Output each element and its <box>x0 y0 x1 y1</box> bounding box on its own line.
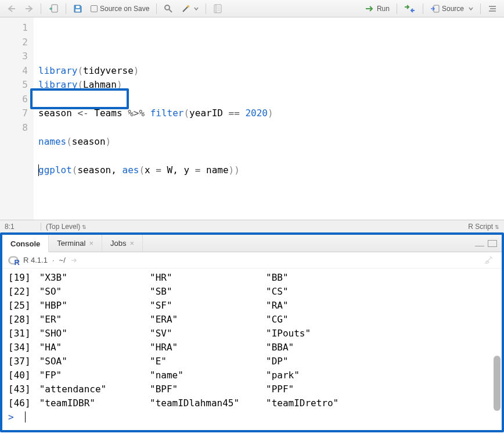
console-line: [19] "X3B""HR""BB" <box>8 271 496 285</box>
text-cursor <box>38 164 39 176</box>
rerun-icon <box>404 5 416 13</box>
separator <box>480 3 481 14</box>
notebook-icon <box>213 4 222 13</box>
code-line[interactable]: ggplot(season, aes(x = W, y = name)) <box>38 163 499 178</box>
compile-report-button[interactable] <box>210 2 226 15</box>
source-editor[interactable]: 12345678 library(tidyverse)library(Lahma… <box>0 17 504 220</box>
r-logo-icon: R <box>8 255 19 266</box>
dot-separator: · <box>52 256 55 264</box>
separator <box>397 3 397 14</box>
console-line: [37] "SOA""E""DP" <box>8 355 496 368</box>
line-number: 5 <box>0 78 28 92</box>
wand-icon <box>181 4 192 13</box>
updown-icon: ⇅ <box>495 224 499 230</box>
show-in-file-button[interactable] <box>45 2 62 15</box>
editor-status-bar: 8:1 (Top Level)⇅ R Script⇅ <box>0 220 504 232</box>
svg-point-3 <box>165 5 170 10</box>
console-line: [46] "teamIDBR""teamIDlahman45""teamIDre… <box>8 396 496 410</box>
console-line: [22] "SO""SB""CS" <box>8 285 496 299</box>
console-line: [25] "HBP""SF""RA" <box>8 299 496 313</box>
code-line[interactable]: season <- Teams %>% filter(yearID == 202… <box>38 106 499 121</box>
console-line: [34] "HA""HRA""BBA" <box>8 341 496 355</box>
maximize-icon[interactable] <box>488 240 497 247</box>
outline-button[interactable] <box>484 3 501 15</box>
run-icon <box>365 5 375 12</box>
line-number: 8 <box>0 121 28 135</box>
arrow-right-icon <box>24 5 34 13</box>
code-line[interactable]: names(season) <box>38 135 499 149</box>
tab-jobs[interactable]: Jobs × <box>102 235 143 252</box>
r-version: R 4.1.1 <box>23 256 48 264</box>
chevron-down-icon <box>194 6 199 11</box>
tab-console[interactable]: Console <box>2 235 49 252</box>
svg-rect-1 <box>75 9 80 12</box>
forward-button[interactable] <box>21 3 37 15</box>
scope-selector[interactable]: (Top Level)⇅ <box>46 223 468 231</box>
rerun-button[interactable] <box>401 3 419 15</box>
console-tabs: Console Terminal × Jobs × <box>2 235 502 252</box>
line-number: 3 <box>0 49 28 64</box>
separator <box>206 3 206 14</box>
console-header: R R 4.1.1 · ~/ <box>2 252 502 268</box>
run-button[interactable]: Run <box>362 3 393 15</box>
line-gutter: 12345678 <box>0 17 34 220</box>
outline-icon <box>488 5 497 13</box>
source-button[interactable]: Source <box>427 3 477 15</box>
working-dir[interactable]: ~/ <box>59 256 66 264</box>
checkbox-icon <box>91 5 98 12</box>
minimize-icon[interactable] <box>475 245 484 246</box>
language-selector[interactable]: R Script⇅ <box>468 223 499 231</box>
svg-rect-2 <box>76 6 80 8</box>
back-button[interactable] <box>3 3 20 15</box>
line-number: 1 <box>0 21 28 35</box>
search-icon <box>164 4 173 13</box>
code-line[interactable] <box>38 92 499 107</box>
close-icon[interactable]: × <box>129 239 134 248</box>
console-output[interactable]: [19] "X3B""HR""BB"[22] "SO""SB""CS"[25] … <box>2 268 502 430</box>
separator <box>423 3 423 14</box>
separator <box>41 3 41 14</box>
separator <box>156 3 157 14</box>
console-line: [31] "SHO""SV""IPouts" <box>8 327 496 341</box>
console-line: [43] "attendance""BPF""PPF" <box>8 382 496 396</box>
source-on-save-toggle[interactable]: Source on Save <box>87 3 153 15</box>
console-line: [40] "FP""name""park" <box>8 368 496 382</box>
line-number: 7 <box>0 106 28 121</box>
source-on-save-label: Source on Save <box>100 5 149 13</box>
source-button-label: Source <box>442 5 464 13</box>
code-line[interactable] <box>38 121 499 135</box>
popout-icon[interactable] <box>70 257 78 264</box>
line-number: 2 <box>0 35 28 50</box>
save-icon <box>73 4 82 13</box>
console-prompt[interactable]: > <box>8 410 496 424</box>
save-button[interactable] <box>70 2 86 15</box>
console-line: [28] "ER""ERA""CG" <box>8 313 496 327</box>
run-label: Run <box>377 5 390 13</box>
updown-icon: ⇅ <box>82 224 87 230</box>
code-line[interactable]: library(tidyverse) <box>38 64 499 78</box>
arrow-left-icon <box>7 5 16 13</box>
code-line[interactable]: library(Lahman) <box>38 78 499 92</box>
tab-terminal[interactable]: Terminal × <box>49 235 102 252</box>
editor-toolbar: Source on Save Run Source <box>0 0 504 17</box>
scroll-thumb[interactable] <box>494 356 501 411</box>
source-icon <box>430 5 440 13</box>
chevron-down-icon <box>469 6 473 11</box>
svg-line-4 <box>169 9 172 12</box>
find-button[interactable] <box>160 2 177 15</box>
separator <box>66 3 66 14</box>
file-arrow-icon <box>48 4 59 13</box>
scrollbar[interactable] <box>494 268 501 430</box>
line-number: 4 <box>0 64 28 78</box>
svg-rect-0 <box>52 5 57 12</box>
cursor-position: 8:1 <box>5 223 41 231</box>
line-number: 6 <box>0 92 28 107</box>
broom-icon[interactable] <box>484 254 496 264</box>
close-icon[interactable]: × <box>89 239 93 248</box>
code-area[interactable]: library(tidyverse)library(Lahman) season… <box>34 17 504 220</box>
code-tools-button[interactable] <box>178 2 202 15</box>
code-line[interactable] <box>38 149 499 164</box>
separator <box>41 223 41 231</box>
